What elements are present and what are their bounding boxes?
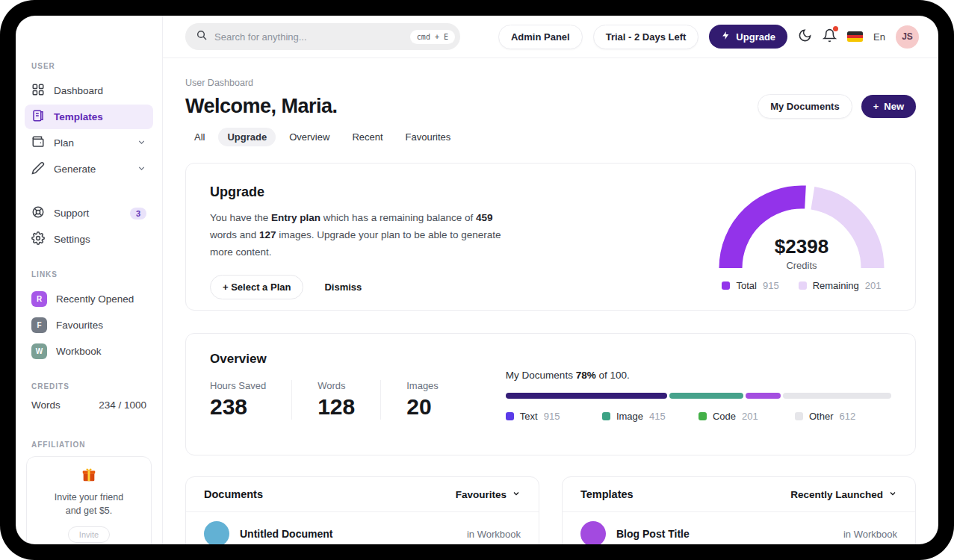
sidebar-section-user: USER [31,62,162,70]
stacked-bar-legend: Text 915 Image 415 Code 201 [506,411,891,422]
bar-segment-other [783,393,891,399]
chevron-down-icon [137,164,146,175]
tab-favourites[interactable]: Favourites [397,128,460,146]
admin-panel-button[interactable]: Admin Panel [498,25,583,49]
overview-card-title: Overview [210,352,464,367]
templates-card: Templates Recently Launched Blog Post Ti… [562,476,916,544]
tab-recent[interactable]: Recent [343,128,391,146]
affiliation-text: Invite your friend and get $5. [34,491,143,517]
sidebar-item-label: Generate [54,164,128,175]
breadcrumb: User Dashboard [185,78,916,88]
sidebar-section-affiliation: AFFILIATION [31,441,162,449]
legend-item-total: Total 915 [722,280,778,291]
upgrade-button[interactable]: Upgrade [709,25,787,49]
invite-button[interactable]: Invite [68,526,110,543]
chevron-down-icon [888,489,897,500]
credits-label: Words [31,399,61,411]
wallet-icon [31,135,45,151]
dark-mode-toggle[interactable] [798,28,812,45]
pencil-icon [31,161,45,177]
notification-dot [833,26,838,31]
legend-swatch [799,281,807,290]
legend-item-image: Image 415 [602,411,699,422]
sidebar-item-templates[interactable]: Templates [25,105,153,129]
templates-filter-dropdown[interactable]: Recently Launched [790,489,897,500]
sidebar-item-support[interactable]: Support 3 [25,201,153,225]
document-name: Untitled Document [240,528,456,540]
legend-swatch [506,412,514,420]
support-count-badge: 3 [130,208,146,220]
device-frame: USER Dashboard Templates Plan Generate S… [0,0,954,560]
app-window: USER Dashboard Templates Plan Generate S… [16,16,938,544]
link-avatar: F [31,317,47,333]
template-avatar [580,521,606,544]
sidebar-link-favourites[interactable]: F Favourites [25,314,153,337]
gauge-label: Credits [715,260,888,271]
documents-card-title: Documents [204,488,263,500]
documents-filter-dropdown[interactable]: Favourites [456,489,521,500]
content-area: User Dashboard Welcome, Maria. My Docume… [163,58,938,544]
link-label: Workbook [56,346,102,357]
bar-segment-code [746,393,781,399]
sidebar-item-generate[interactable]: Generate [25,157,153,181]
tab-all[interactable]: All [185,128,214,146]
link-avatar: W [31,343,47,359]
user-avatar[interactable]: JS [896,25,919,49]
legend-item-other: Other 612 [795,411,891,422]
sidebar-item-plan[interactable]: Plan [25,131,153,155]
legend-swatch [722,281,730,290]
upgrade-card: Upgrade You have the Entry plan which ha… [185,163,916,311]
overview-card: Overview Hours Saved 238 Words 128 Image… [185,333,916,455]
link-avatar: R [31,291,47,307]
sidebar-link-recently-opened[interactable]: R Recently Opened [25,287,153,311]
search-bar[interactable]: cmd + E [185,23,460,50]
upgrade-card-body: You have the Entry plan which has a rema… [210,210,509,261]
moon-icon [798,28,812,45]
legend-swatch [699,412,707,420]
bottom-cards: Documents Favourites Untitled Document i… [185,476,916,544]
document-row[interactable]: Untitled Document in Workbook [186,512,539,544]
bar-segment-image [669,393,743,399]
overview-stats: Overview Hours Saved 238 Words 128 Image… [210,352,464,437]
gift-icon [81,473,97,485]
documents-card: Documents Favourites Untitled Document i… [185,476,539,544]
stacked-bar-chart [506,393,891,399]
link-label: Favourites [56,320,103,331]
template-name: Blog Post Title [616,528,833,540]
notifications-button[interactable] [823,28,837,45]
dismiss-button[interactable]: Dismiss [324,281,362,293]
sidebar-item-dashboard[interactable]: Dashboard [25,78,153,103]
tab-overview[interactable]: Overview [280,128,338,146]
template-row[interactable]: Blog Post Title in Workbook [563,512,915,544]
template-location: in Workbook [843,529,897,540]
select-plan-button[interactable]: + Select a Plan [210,275,303,299]
legend-item-code: Code 201 [699,411,795,422]
chevron-down-icon [137,137,146,149]
link-label: Recently Opened [56,293,134,305]
gauge-value: $2398 [715,235,888,258]
language-label[interactable]: En [873,31,885,43]
document-location: in Workbook [467,529,521,540]
new-button[interactable]: + New [861,95,916,118]
sidebar-link-workbook[interactable]: W Workbook [25,340,153,363]
upgrade-card-left: Upgrade You have the Entry plan which ha… [210,184,509,310]
search-shortcut-badge: cmd + E [410,30,455,44]
tab-upgrade[interactable]: Upgrade [218,128,276,146]
bar-segment-text [506,393,668,399]
topbar: cmd + E Admin Panel Trial - 2 Days Left … [163,16,938,58]
lifebuoy-icon [31,205,45,221]
search-input[interactable] [214,31,403,43]
my-documents-button[interactable]: My Documents [758,94,852,119]
sidebar-item-settings[interactable]: Settings [25,227,153,252]
progress-title: My Documents 78% of 100. [506,370,891,381]
trial-status-button[interactable]: Trial - 2 Days Left [593,25,699,49]
credits-usage: Words 234 / 1000 [31,399,146,411]
grid-icon [31,83,45,99]
legend-swatch [795,412,803,420]
document-avatar [204,521,229,544]
bolt-icon [721,31,731,43]
templates-card-title: Templates [580,488,634,500]
upgrade-card-title: Upgrade [210,184,509,200]
page-title: Welcome, Maria. [185,95,338,118]
german-flag-icon[interactable] [847,31,863,42]
